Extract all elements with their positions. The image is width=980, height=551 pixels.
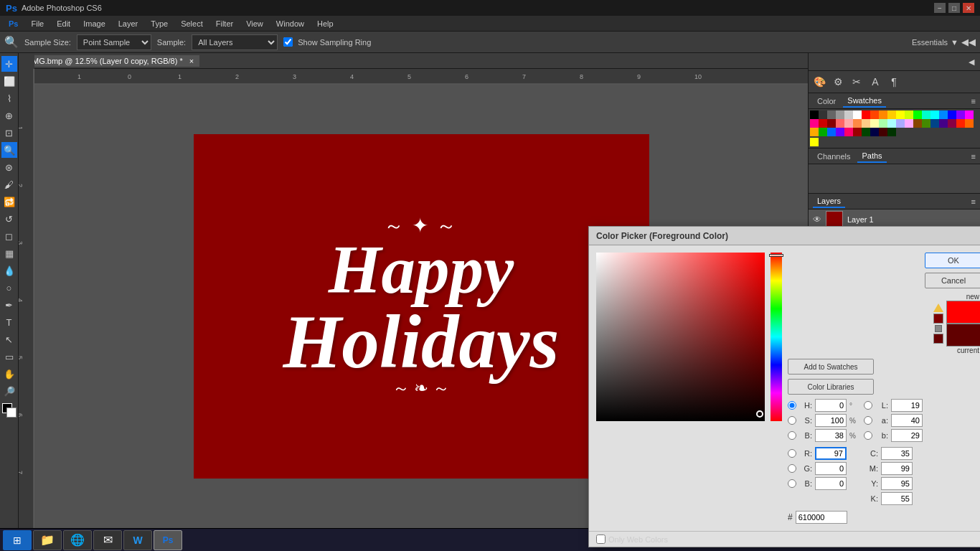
panel-tool-btn-5[interactable]: ¶	[886, 74, 902, 90]
swatch-item[interactable]	[827, 119, 836, 128]
swatch-item[interactable]	[870, 128, 879, 136]
swatch-item[interactable]	[819, 128, 827, 136]
menu-select[interactable]: Select	[175, 18, 209, 29]
panel-tool-btn-3[interactable]: ✂	[849, 74, 864, 90]
taskbar-app-chrome[interactable]: 🌐	[63, 530, 92, 550]
swatch-item[interactable]	[853, 128, 862, 136]
swatch-item[interactable]	[896, 119, 905, 128]
b-input[interactable]	[815, 429, 847, 442]
rectangular-marquee-tool[interactable]: ⬜	[1, 73, 17, 89]
taskbar-app-explorer[interactable]: 📁	[33, 530, 62, 550]
collapse-panel-button[interactable]: ◀	[964, 55, 979, 69]
tab-swatches[interactable]: Swatches	[843, 95, 886, 108]
hex-input[interactable]	[796, 511, 847, 524]
menu-edit[interactable]: Edit	[51, 18, 76, 29]
panel-tool-btn-4[interactable]: A	[867, 74, 883, 90]
swatch-item[interactable]	[836, 110, 844, 119]
swatch-item[interactable]	[887, 119, 896, 128]
tab-layers[interactable]: Layers	[813, 195, 845, 208]
l-input[interactable]	[891, 399, 923, 412]
swatch-item[interactable]	[844, 119, 853, 128]
b3-input[interactable]	[891, 429, 923, 442]
g-input[interactable]	[815, 462, 847, 475]
c-input[interactable]	[881, 447, 913, 460]
panel-tool-btn-1[interactable]: 🎨	[811, 74, 827, 90]
swatch-item[interactable]	[887, 128, 896, 136]
swatch-item[interactable]	[965, 110, 974, 119]
blur-tool[interactable]: 💧	[1, 263, 17, 278]
hand-tool[interactable]: ✋	[1, 366, 17, 382]
foreground-background-colors[interactable]	[2, 403, 17, 418]
menu-window[interactable]: Window	[270, 18, 310, 29]
swatch-item[interactable]	[879, 110, 887, 119]
pen-tool[interactable]: ✒	[1, 297, 17, 313]
tab-channels[interactable]: Channels	[813, 151, 854, 162]
tab-paths[interactable]: Paths	[857, 150, 886, 163]
swatch-item[interactable]	[905, 119, 913, 128]
h-radio[interactable]	[788, 401, 796, 410]
hue-slider[interactable]	[771, 253, 782, 421]
swatch-item[interactable]	[870, 110, 879, 119]
a-input[interactable]	[891, 414, 923, 427]
swatch-item[interactable]	[827, 110, 836, 119]
zoom-tool[interactable]: 🔎	[1, 383, 17, 399]
lasso-tool[interactable]: ⌇	[1, 90, 17, 106]
workspace-expand-button[interactable]: ◀◀	[961, 37, 976, 47]
swatch-item[interactable]	[810, 128, 819, 136]
paths-menu-icon[interactable]: ≡	[971, 152, 976, 161]
taskbar-app-outlook[interactable]: ✉	[93, 530, 122, 550]
s-radio[interactable]	[788, 416, 796, 425]
panel-menu-icon[interactable]: ≡	[971, 97, 976, 105]
swatch-item[interactable]	[862, 110, 870, 119]
swatch-item[interactable]	[965, 119, 974, 128]
b2-radio[interactable]	[788, 479, 796, 488]
close-button[interactable]: ✕	[963, 3, 974, 13]
sample-size-select[interactable]: Point Sample 3 by 3 Average 5 by 5 Avera…	[77, 34, 151, 50]
swatch-item[interactable]	[836, 119, 844, 128]
swatch-item[interactable]	[853, 110, 862, 119]
ok-button[interactable]: OK	[925, 253, 980, 268]
healing-brush-tool[interactable]: ⊛	[1, 159, 17, 175]
quick-selection-tool[interactable]: ⊕	[1, 108, 17, 123]
only-web-colors-checkbox[interactable]	[596, 534, 606, 544]
swatch-item[interactable]	[862, 128, 870, 136]
swatch-item[interactable]	[956, 110, 965, 119]
swatch-item[interactable]	[879, 128, 887, 136]
l-radio[interactable]	[864, 401, 872, 410]
move-tool[interactable]: ✛	[1, 56, 17, 72]
menu-ps[interactable]: Ps	[3, 18, 24, 29]
taskbar-app-word[interactable]: W	[123, 530, 152, 550]
swatch-item[interactable]	[948, 119, 956, 128]
s-input[interactable]	[815, 414, 847, 427]
brush-tool[interactable]: 🖌	[1, 176, 17, 192]
shape-tool[interactable]: ▭	[1, 349, 17, 364]
gamut-warning-icon[interactable]	[933, 303, 943, 312]
dark-swatch[interactable]	[820, 138, 829, 146]
show-sampling-ring-label[interactable]: Show Sampling Ring	[283, 37, 371, 47]
eyedropper-tool[interactable]: 🔍	[1, 142, 17, 158]
m-input[interactable]	[881, 462, 913, 475]
swatch-item[interactable]	[948, 110, 956, 119]
swatch-item[interactable]	[896, 110, 905, 119]
b3-radio[interactable]	[864, 431, 872, 440]
swatch-item[interactable]	[827, 128, 836, 136]
swatch-item[interactable]	[810, 110, 819, 119]
cancel-button[interactable]: Cancel	[925, 273, 980, 288]
b2-input[interactable]	[815, 477, 847, 490]
y-input[interactable]	[881, 477, 913, 490]
b-radio[interactable]	[788, 431, 796, 440]
menu-file[interactable]: File	[25, 18, 50, 29]
menu-layer[interactable]: Layer	[113, 18, 144, 29]
swatch-item[interactable]	[922, 110, 930, 119]
path-selection-tool[interactable]: ↖	[1, 331, 17, 347]
swatch-item[interactable]	[810, 119, 819, 128]
background-color[interactable]	[6, 408, 17, 418]
h-input[interactable]	[815, 399, 847, 412]
swatch-item[interactable]	[844, 128, 853, 136]
panel-tool-btn-2[interactable]: ⚙	[830, 74, 846, 90]
a-radio[interactable]	[864, 416, 872, 425]
menu-filter[interactable]: Filter	[210, 18, 239, 29]
gradient-tool[interactable]: ▦	[1, 245, 17, 261]
show-sampling-ring-checkbox[interactable]	[283, 37, 293, 47]
menu-image[interactable]: Image	[77, 18, 111, 29]
